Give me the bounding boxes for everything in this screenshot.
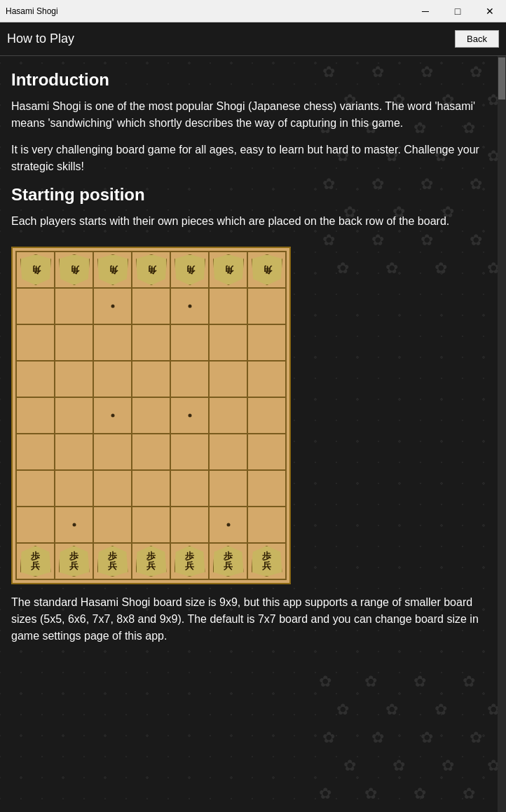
board-cell-empty bbox=[247, 288, 286, 324]
board-grid: 角 角 角 角 bbox=[15, 251, 287, 580]
board-cell: 角 bbox=[170, 252, 209, 288]
board-dot bbox=[188, 305, 191, 308]
piece-top-1: 角 bbox=[20, 254, 51, 285]
board-cell-empty bbox=[209, 324, 247, 361]
board-cell-empty bbox=[247, 470, 286, 507]
board-cell: 歩兵 bbox=[93, 543, 132, 579]
starting-position-heading: Starting position bbox=[11, 185, 486, 205]
board-cell: 角 bbox=[16, 252, 55, 288]
board-cell-empty bbox=[170, 288, 209, 324]
board-cell-empty bbox=[209, 397, 247, 434]
board-cell-empty bbox=[170, 434, 209, 470]
piece-bottom-2: 歩兵 bbox=[59, 546, 90, 577]
piece-top-3: 角 bbox=[97, 254, 128, 285]
board-cell: 角 bbox=[209, 252, 247, 288]
board-cell-empty bbox=[170, 324, 209, 361]
board-cell-empty bbox=[55, 288, 93, 324]
board-cell-empty bbox=[170, 470, 209, 507]
header-bar: How to Play Back bbox=[0, 22, 506, 56]
board-cell: 歩兵 bbox=[132, 543, 170, 579]
board-cell-empty bbox=[209, 288, 247, 324]
board-dot bbox=[188, 414, 191, 418]
scrollbar-thumb[interactable] bbox=[498, 57, 505, 99]
piece-top-4: 角 bbox=[136, 254, 167, 285]
board-cell: 角 bbox=[132, 252, 170, 288]
board-cell-empty bbox=[132, 397, 170, 434]
board-cell-empty bbox=[16, 507, 55, 543]
title-bar: Hasami Shogi ─ □ ✕ bbox=[0, 0, 506, 22]
board-cell-empty bbox=[55, 470, 93, 507]
board-cell-empty bbox=[93, 434, 132, 470]
starting-paragraph: Each players starts with their own piece… bbox=[11, 213, 486, 230]
piece-bottom-6: 歩兵 bbox=[213, 546, 244, 577]
window-controls: ─ □ ✕ bbox=[409, 0, 506, 22]
board-cell-empty bbox=[247, 434, 286, 470]
board-cell-empty bbox=[93, 324, 132, 361]
board-cell-empty bbox=[247, 507, 286, 543]
board-cell-empty bbox=[93, 507, 132, 543]
board-cell-empty bbox=[16, 397, 55, 434]
board-cell: 角 bbox=[55, 252, 93, 288]
board-cell-empty bbox=[55, 434, 93, 470]
board-dot bbox=[72, 523, 76, 527]
back-button[interactable]: Back bbox=[455, 30, 499, 48]
board-cell-empty bbox=[16, 361, 55, 397]
board-cell-empty bbox=[132, 507, 170, 543]
intro-paragraph-2: It is very challenging board game for al… bbox=[11, 142, 486, 175]
board-cell-empty bbox=[247, 361, 286, 397]
window-title: Hasami Shogi bbox=[6, 6, 58, 16]
board-cell-empty bbox=[16, 324, 55, 361]
close-button[interactable]: ✕ bbox=[474, 0, 506, 22]
board-dot bbox=[226, 523, 230, 527]
board-note-paragraph: The standard Hasami Shogi board size is … bbox=[11, 594, 486, 645]
board-cell-empty bbox=[93, 361, 132, 397]
board-cell-empty bbox=[16, 434, 55, 470]
main-content: Introduction Hasami Shogi is one of the … bbox=[0, 56, 506, 812]
shogi-board: 角 角 角 角 bbox=[11, 247, 291, 584]
piece-top-5: 角 bbox=[175, 254, 205, 285]
piece-top-7: 角 bbox=[252, 254, 282, 285]
page-title: How to Play bbox=[7, 32, 74, 46]
piece-bottom-5: 歩兵 bbox=[175, 546, 205, 577]
board-cell-empty bbox=[55, 361, 93, 397]
board-cell-empty bbox=[132, 324, 170, 361]
piece-bottom-4: 歩兵 bbox=[136, 546, 167, 577]
board-cell-empty bbox=[170, 361, 209, 397]
board-cell: 歩兵 bbox=[209, 543, 247, 579]
board-cell-empty bbox=[247, 397, 286, 434]
board-container: 角 角 角 角 bbox=[11, 247, 291, 584]
board-cell-empty bbox=[209, 434, 247, 470]
piece-top-2: 角 bbox=[59, 254, 90, 285]
board-dot bbox=[111, 414, 114, 418]
board-cell-empty bbox=[16, 288, 55, 324]
board-cell-empty bbox=[170, 397, 209, 434]
board-cell-empty bbox=[55, 397, 93, 434]
board-cell: 角 bbox=[93, 252, 132, 288]
board-cell: 歩兵 bbox=[55, 543, 93, 579]
board-cell-empty bbox=[93, 470, 132, 507]
piece-bottom-1: 歩兵 bbox=[20, 546, 51, 577]
intro-paragraph-1: Hasami Shogi is one of the most popular … bbox=[11, 98, 486, 132]
piece-top-6: 角 bbox=[213, 254, 244, 285]
board-cell-empty bbox=[93, 397, 132, 434]
board-cell-empty bbox=[209, 507, 247, 543]
board-cell: 歩兵 bbox=[16, 543, 55, 579]
board-cell-empty bbox=[170, 507, 209, 543]
board-cell-empty bbox=[209, 470, 247, 507]
board-cell: 歩兵 bbox=[247, 543, 286, 579]
intro-heading: Introduction bbox=[11, 70, 486, 90]
scrollbar-track[interactable] bbox=[498, 56, 506, 812]
board-cell-empty bbox=[132, 361, 170, 397]
piece-bottom-7: 歩兵 bbox=[252, 546, 282, 577]
piece-bottom-3: 歩兵 bbox=[97, 546, 128, 577]
board-cell-empty bbox=[209, 361, 247, 397]
board-cell: 歩兵 bbox=[170, 543, 209, 579]
board-cell-empty bbox=[55, 324, 93, 361]
board-cell-empty bbox=[16, 470, 55, 507]
board-cell-empty bbox=[247, 324, 286, 361]
board-cell-empty bbox=[132, 470, 170, 507]
board-cell-empty bbox=[55, 507, 93, 543]
maximize-button[interactable]: □ bbox=[442, 0, 474, 22]
minimize-button[interactable]: ─ bbox=[409, 0, 442, 22]
board-cell-empty bbox=[132, 288, 170, 324]
